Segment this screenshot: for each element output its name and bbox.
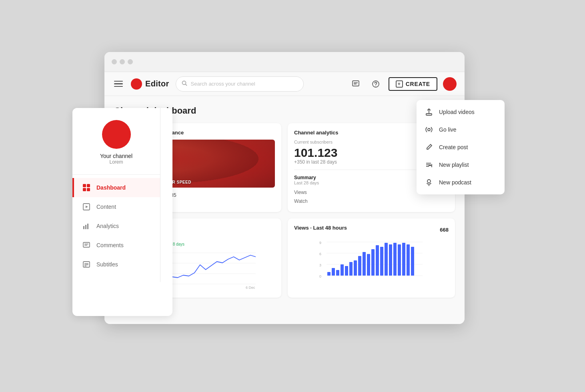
- svg-text:3: 3: [319, 263, 321, 267]
- dot-red: [112, 59, 117, 64]
- svg-point-17: [182, 81, 186, 84]
- summary-views-label: Views: [294, 188, 307, 197]
- svg-rect-52: [345, 266, 348, 276]
- sidebar-item-content[interactable]: Content: [72, 197, 160, 216]
- svg-rect-6: [83, 226, 84, 229]
- dot-green: [128, 59, 133, 64]
- svg-rect-19: [353, 81, 359, 86]
- playlist-icon: [425, 160, 433, 169]
- svg-rect-53: [349, 262, 353, 276]
- comments-label: Comments: [96, 242, 124, 248]
- svg-rect-56: [363, 252, 366, 276]
- svg-rect-1: [87, 184, 90, 187]
- svg-rect-0: [83, 184, 86, 187]
- sidebar-item-analytics[interactable]: Analytics: [72, 216, 160, 236]
- create-button[interactable]: + CREATE: [389, 77, 437, 91]
- svg-marker-5: [86, 206, 88, 208]
- dropdown-new-playlist[interactable]: New playlist: [417, 156, 505, 174]
- svg-rect-13: [83, 262, 90, 267]
- podcast-label: New podcast: [439, 179, 471, 186]
- dropdown-create-post[interactable]: Create post: [417, 138, 505, 156]
- svg-rect-48: [327, 272, 331, 276]
- svg-line-18: [185, 84, 187, 86]
- svg-point-23: [375, 86, 376, 86]
- avatar: [102, 120, 131, 149]
- channel-sub: Lorem: [109, 159, 123, 165]
- sidebar-item-comments[interactable]: Comments: [72, 236, 160, 255]
- create-post-label: Create post: [439, 144, 468, 150]
- svg-rect-54: [354, 260, 357, 276]
- search-icon: [182, 80, 188, 88]
- analytics-label: Analytics: [96, 223, 119, 229]
- logo-icon: [131, 78, 142, 90]
- user-avatar[interactable]: [443, 77, 457, 91]
- comments-icon: [82, 241, 91, 250]
- svg-rect-60: [380, 247, 383, 276]
- svg-rect-63: [393, 243, 397, 276]
- summary-watch-label: Watch: [294, 197, 308, 206]
- svg-rect-7: [85, 225, 86, 229]
- podcast-icon: [425, 178, 433, 187]
- create-post-icon: [425, 143, 433, 152]
- content-icon: [82, 202, 91, 211]
- help-button[interactable]: [369, 77, 383, 91]
- header-actions: + CREATE: [349, 77, 457, 91]
- svg-rect-61: [385, 243, 388, 276]
- subtitles-label: Subtitles: [96, 261, 118, 268]
- subtitles-icon: [82, 260, 91, 269]
- dropdown-new-podcast[interactable]: New podcast: [417, 174, 505, 191]
- dot-yellow: [120, 59, 125, 64]
- svg-rect-10: [83, 242, 90, 247]
- live-label: Go live: [439, 126, 457, 133]
- bar-chart-title: Views · Last 48 hours: [294, 225, 347, 231]
- sidebar: Your channel Lorem Dashboard: [72, 108, 160, 282]
- dashboard-icon: [82, 183, 91, 192]
- svg-rect-64: [398, 244, 401, 276]
- sidebar-panel: Your channel Lorem Dashboard: [72, 108, 172, 316]
- sidebar-item-subtitles[interactable]: Subtitles: [72, 255, 160, 274]
- bar-chart-max: 668: [440, 227, 449, 233]
- svg-rect-3: [87, 188, 90, 191]
- dropdown-menu: Upload videos Go live Create post: [417, 100, 505, 194]
- browser-titlebar: [104, 52, 465, 72]
- svg-rect-65: [402, 243, 405, 276]
- content-label: Content: [96, 204, 116, 210]
- svg-rect-62: [389, 244, 392, 276]
- scene: Your channel Lorem Dashboard: [72, 36, 513, 356]
- svg-point-75: [427, 180, 431, 183]
- dropdown-go-live[interactable]: Go live: [417, 121, 505, 138]
- playlist-label: New playlist: [439, 162, 469, 168]
- svg-rect-2: [83, 188, 86, 191]
- svg-text:6 Dec: 6 Dec: [246, 286, 255, 290]
- svg-text:9: 9: [319, 241, 321, 245]
- menu-button[interactable]: [112, 79, 124, 89]
- summary-watch-row: Watch: [294, 197, 449, 206]
- svg-rect-58: [371, 249, 375, 276]
- svg-text:0: 0: [319, 274, 321, 278]
- dropdown-upload-videos[interactable]: Upload videos: [417, 103, 505, 121]
- logo-area: Editor: [131, 78, 169, 90]
- search-bar[interactable]: Search across your channel: [176, 76, 304, 92]
- svg-rect-51: [341, 264, 344, 276]
- live-icon: [425, 125, 433, 134]
- upload-icon: [425, 108, 433, 116]
- svg-text:6: 6: [319, 252, 321, 256]
- comments-button[interactable]: [349, 77, 363, 91]
- logo-text: Editor: [145, 79, 169, 88]
- browser-dots: [112, 59, 133, 64]
- upload-label: Upload videos: [439, 109, 475, 115]
- search-placeholder: Search across your channel: [191, 81, 298, 87]
- bar-chart-card: Views · Last 48 hours 668 9 6 3 0: [288, 218, 455, 298]
- channel-name: Your channel: [100, 153, 132, 159]
- svg-rect-59: [376, 245, 379, 276]
- sidebar-item-dashboard[interactable]: Dashboard: [72, 178, 160, 197]
- dashboard-label: Dashboard: [96, 184, 126, 191]
- svg-rect-66: [407, 244, 410, 276]
- svg-rect-55: [358, 256, 361, 276]
- create-plus-icon: +: [396, 80, 403, 88]
- sidebar-profile: Your channel Lorem: [72, 116, 160, 175]
- svg-rect-49: [332, 268, 335, 276]
- header-bar: Editor Search across your channel: [104, 72, 465, 96]
- svg-rect-50: [336, 270, 339, 276]
- svg-point-69: [428, 128, 430, 131]
